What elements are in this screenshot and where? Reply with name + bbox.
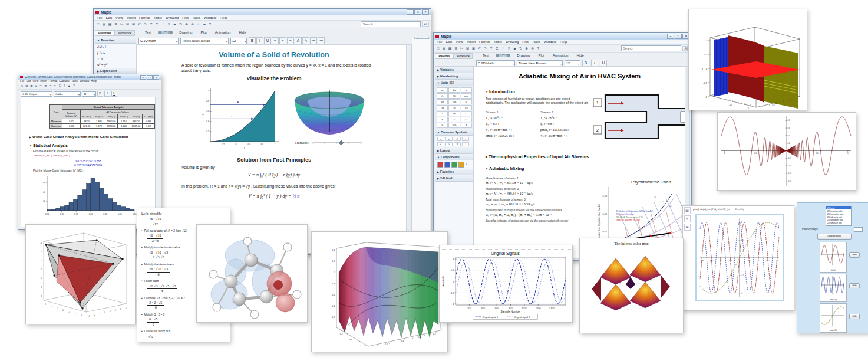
menu-item[interactable]: File <box>97 16 103 19</box>
restart-icon[interactable]: ↻ <box>178 21 183 27</box>
mode-tab[interactable]: Animation <box>551 54 570 57</box>
unit-palette-item[interactable]: s <box>461 87 472 93</box>
cut-icon[interactable]: ✂ <box>119 21 124 27</box>
unit-palette-item[interactable]: J <box>437 111 448 116</box>
vertical-scrollbar[interactable] <box>406 44 411 254</box>
help-icon[interactable]: ? <box>72 84 76 88</box>
help-icon[interactable]: ? <box>536 45 541 51</box>
new-document-icon[interactable]: □ <box>20 84 24 88</box>
unit-palette-item[interactable]: sr <box>461 99 472 104</box>
rotation-slider[interactable] <box>312 140 362 146</box>
redo-icon[interactable]: ↷ <box>143 21 148 27</box>
unit-palette-item[interactable]: F <box>448 117 460 122</box>
menu-item[interactable]: View <box>456 40 463 44</box>
grid-tool-icon[interactable]: ⊞ <box>684 224 691 231</box>
zoom-in-icon[interactable]: ⊕ <box>524 45 529 51</box>
titlebar[interactable]: Maple –□× <box>434 33 691 40</box>
palette-tab[interactable]: Favorites <box>95 30 115 36</box>
menu-item[interactable]: Table <box>494 40 502 44</box>
unit-palette-item[interactable]: Hz <box>437 105 448 110</box>
favorites-palette-item[interactable]: ∫ f dx <box>97 51 134 55</box>
menu-item[interactable]: Help <box>560 40 567 44</box>
stat-input[interactable]: > mean(V_MC), stdev(V_MC) <box>33 154 70 157</box>
unit-palette-item[interactable]: cd <box>437 99 448 104</box>
cut-icon[interactable]: ✂ <box>39 84 43 88</box>
edit-thumb2-button[interactable]: Edit <box>849 283 860 288</box>
execute-group-icon[interactable]: ! <box>500 45 506 51</box>
dial-component-icon[interactable] <box>451 162 457 168</box>
minimize-button[interactable]: – <box>140 75 146 80</box>
menu-item[interactable]: Edit <box>106 16 112 19</box>
symbol-palette-item[interactable]: ∞ <box>454 137 461 141</box>
align-center-icon[interactable]: ≡ <box>279 37 286 44</box>
align-right-icon[interactable]: ≡ <box>287 37 294 44</box>
execute-group-icon[interactable]: ! <box>160 21 166 27</box>
menu-item[interactable]: Evaluate <box>59 80 70 83</box>
maximize-button[interactable]: □ <box>147 75 153 80</box>
save-icon[interactable]: ▦ <box>447 45 453 51</box>
align-left-icon[interactable]: ≡ <box>272 37 279 44</box>
zoom-out-icon[interactable]: ⊖ <box>190 21 195 27</box>
section-mixing[interactable]: ▼Adiabatic Mixing <box>486 166 524 171</box>
meter-component-icon[interactable] <box>458 162 464 168</box>
unit-palette-item[interactable]: S <box>437 123 448 128</box>
update-plots-button[interactable]: Update plots <box>817 234 852 240</box>
new-document-icon[interactable]: □ <box>95 21 101 27</box>
menu-item[interactable]: Table <box>154 16 162 19</box>
symbol-palette-item[interactable]: ≤ <box>437 142 444 146</box>
symbol-palette-item[interactable]: e <box>445 137 453 141</box>
section-statistical[interactable]: ▼Statistical Analysis <box>29 143 68 147</box>
unit-palette-item[interactable]: N <box>448 105 460 110</box>
font-select[interactable]: Times New Roman <box>180 38 229 44</box>
section-thermo[interactable]: ▶Thermophysical Properties of Input Air … <box>486 154 589 159</box>
menu-item[interactable]: Help <box>220 16 227 19</box>
mode-tab[interactable]: Plot <box>536 54 546 57</box>
menu-item[interactable]: Window <box>204 16 216 19</box>
save-icon[interactable]: ▦ <box>29 84 34 88</box>
execute-all-icon[interactable]: ‼ <box>62 84 67 88</box>
unit-palette-item[interactable]: W <box>448 111 460 116</box>
menu-item[interactable]: File <box>437 40 443 44</box>
favorites-palette-item[interactable]: Σᵢ aᵢ <box>97 57 134 61</box>
save-icon[interactable]: ▦ <box>107 21 113 27</box>
numbered-list-icon[interactable]: ≕ <box>318 37 325 44</box>
font-select[interactable]: Calibri <box>54 91 81 97</box>
style-select[interactable]: C 2D Output <box>21 91 52 97</box>
size-select[interactable]: 11 <box>82 91 96 97</box>
unit-palette-item[interactable]: Ω <box>461 117 472 122</box>
execute-all-icon[interactable]: ‼ <box>506 45 511 51</box>
undo-icon[interactable]: ↶ <box>137 21 142 27</box>
speaker-component-icon[interactable]: ♪ <box>466 162 467 168</box>
edit-tool-icon[interactable]: ✎ <box>684 215 691 222</box>
unit-palette-item[interactable]: mol <box>461 93 472 99</box>
palette-section-handwriting[interactable]: ▶Handwriting <box>435 73 473 80</box>
palette-tab[interactable]: Workbook <box>115 30 135 36</box>
unit-palette-item[interactable]: kg <box>448 87 460 93</box>
underline-icon[interactable]: U <box>111 91 117 97</box>
interrupt-icon[interactable]: ■ <box>67 84 71 88</box>
palette-section-favorites[interactable]: ▶Favorites <box>435 169 473 175</box>
print-icon[interactable]: ≣ <box>34 84 38 88</box>
zoom-in-icon[interactable]: ⊕ <box>184 21 189 27</box>
menu-item[interactable]: Drawing <box>166 16 179 19</box>
favorites-palette-item[interactable]: ∂/∂x f <box>97 45 134 49</box>
close-button[interactable]: × <box>422 9 429 15</box>
menu-item[interactable]: Tools <box>532 40 540 44</box>
menu-item[interactable]: Insert <box>467 40 476 44</box>
palette-section-variables[interactable]: ▶Variables <box>435 67 473 73</box>
edit-thumb3-button[interactable]: Edit <box>849 314 860 319</box>
menu-item[interactable]: Edit <box>26 80 31 83</box>
zoom-out-icon[interactable]: ⊖ <box>530 45 535 51</box>
palette-section-components[interactable]: ▼Components <box>435 154 473 160</box>
interrupt-icon[interactable]: ■ <box>172 21 177 27</box>
paste-icon[interactable]: ⊞ <box>471 45 476 51</box>
menu-item[interactable]: Edit <box>446 40 452 44</box>
search-input[interactable] <box>621 45 681 51</box>
plot-type-option[interactable]: 2-D implicit plot <box>826 221 851 224</box>
redo-icon[interactable]: ↷ <box>53 84 57 88</box>
paste-icon[interactable]: ⊞ <box>44 84 48 88</box>
insert-math-icon[interactable]: Σ <box>494 45 500 51</box>
close-button[interactable]: × <box>153 75 159 80</box>
new-document-icon[interactable]: □ <box>435 45 441 51</box>
button-component-icon[interactable] <box>437 162 443 168</box>
